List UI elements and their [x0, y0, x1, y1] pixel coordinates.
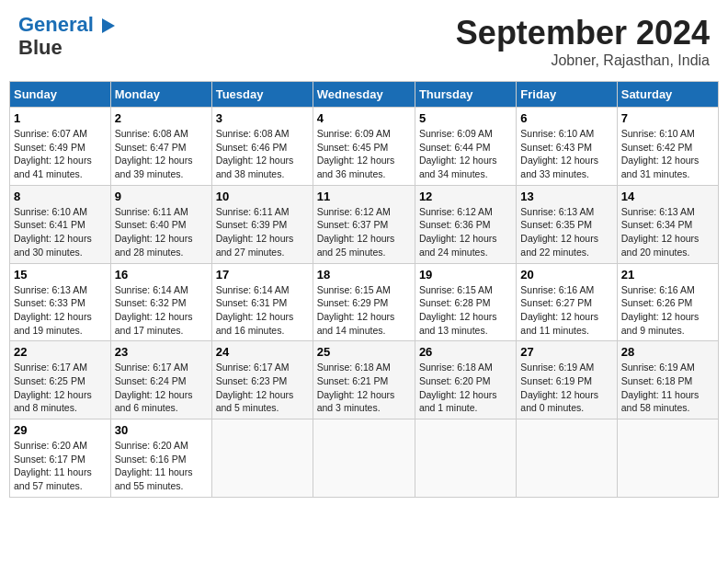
- calendar-header-row: SundayMondayTuesdayWednesdayThursdayFrid…: [10, 82, 719, 108]
- day-info: Sunrise: 6:14 AM Sunset: 6:31 PM Dayligh…: [216, 283, 309, 338]
- day-number: 27: [520, 345, 612, 359]
- day-info: Sunrise: 6:20 AM Sunset: 6:17 PM Dayligh…: [14, 439, 107, 493]
- day-number: 18: [317, 268, 411, 282]
- calendar-cell: 25 Sunrise: 6:18 AM Sunset: 6:21 PM Dayl…: [313, 341, 415, 419]
- col-header-monday: Monday: [110, 82, 211, 108]
- day-info: Sunrise: 6:10 AM Sunset: 6:43 PM Dayligh…: [520, 127, 612, 181]
- day-number: 8: [14, 190, 107, 203]
- day-info: Sunrise: 6:13 AM Sunset: 6:33 PM Dayligh…: [14, 283, 107, 338]
- day-number: 9: [115, 190, 208, 203]
- calendar-cell: 5 Sunrise: 6:09 AM Sunset: 6:44 PM Dayli…: [415, 108, 516, 186]
- day-info: Sunrise: 6:13 AM Sunset: 6:35 PM Dayligh…: [520, 205, 612, 259]
- calendar-cell: 3 Sunrise: 6:08 AM Sunset: 6:46 PM Dayli…: [211, 108, 313, 186]
- day-info: Sunrise: 6:08 AM Sunset: 6:46 PM Dayligh…: [216, 127, 309, 181]
- calendar-week-1: 1 Sunrise: 6:07 AM Sunset: 6:49 PM Dayli…: [10, 108, 719, 186]
- calendar-cell: 21 Sunrise: 6:16 AM Sunset: 6:26 PM Dayl…: [617, 263, 718, 341]
- calendar-cell: 8 Sunrise: 6:10 AM Sunset: 6:41 PM Dayli…: [10, 185, 111, 263]
- calendar-cell: 17 Sunrise: 6:14 AM Sunset: 6:31 PM Dayl…: [211, 263, 313, 341]
- calendar-cell: [415, 419, 516, 498]
- calendar-cell: 1 Sunrise: 6:07 AM Sunset: 6:49 PM Dayli…: [10, 108, 111, 186]
- day-number: 11: [317, 190, 411, 203]
- calendar-cell: 16 Sunrise: 6:14 AM Sunset: 6:32 PM Dayl…: [110, 263, 211, 341]
- day-info: Sunrise: 6:09 AM Sunset: 6:45 PM Dayligh…: [317, 127, 411, 181]
- day-info: Sunrise: 6:13 AM Sunset: 6:34 PM Dayligh…: [621, 205, 714, 259]
- calendar-cell: [211, 419, 313, 498]
- calendar-cell: 4 Sunrise: 6:09 AM Sunset: 6:45 PM Dayli…: [313, 108, 415, 186]
- day-number: 21: [621, 268, 714, 282]
- day-info: Sunrise: 6:12 AM Sunset: 6:36 PM Dayligh…: [419, 205, 512, 259]
- day-info: Sunrise: 6:15 AM Sunset: 6:29 PM Dayligh…: [317, 283, 411, 338]
- calendar-cell: 6 Sunrise: 6:10 AM Sunset: 6:43 PM Dayli…: [517, 108, 617, 186]
- calendar-cell: 10 Sunrise: 6:11 AM Sunset: 6:39 PM Dayl…: [211, 185, 313, 263]
- calendar-cell: 28 Sunrise: 6:19 AM Sunset: 6:18 PM Dayl…: [617, 341, 718, 419]
- day-info: Sunrise: 6:19 AM Sunset: 6:19 PM Dayligh…: [520, 361, 612, 415]
- day-info: Sunrise: 6:16 AM Sunset: 6:27 PM Dayligh…: [520, 283, 612, 338]
- day-info: Sunrise: 6:10 AM Sunset: 6:41 PM Dayligh…: [14, 205, 107, 259]
- day-info: Sunrise: 6:18 AM Sunset: 6:21 PM Dayligh…: [317, 361, 411, 415]
- day-number: 3: [216, 111, 309, 125]
- day-info: Sunrise: 6:17 AM Sunset: 6:25 PM Dayligh…: [14, 361, 107, 415]
- day-number: 13: [520, 190, 612, 203]
- day-number: 7: [621, 111, 714, 125]
- day-info: Sunrise: 6:08 AM Sunset: 6:47 PM Dayligh…: [115, 127, 208, 181]
- month-title: September 2024: [456, 14, 710, 52]
- day-number: 5: [419, 111, 512, 125]
- day-number: 6: [520, 111, 612, 125]
- calendar-cell: [517, 419, 617, 498]
- day-info: Sunrise: 6:09 AM Sunset: 6:44 PM Dayligh…: [419, 127, 512, 181]
- day-number: 17: [216, 268, 309, 282]
- calendar-cell: 15 Sunrise: 6:13 AM Sunset: 6:33 PM Dayl…: [10, 263, 111, 341]
- day-info: Sunrise: 6:17 AM Sunset: 6:24 PM Dayligh…: [115, 361, 208, 415]
- col-header-wednesday: Wednesday: [313, 82, 415, 108]
- calendar-cell: 13 Sunrise: 6:13 AM Sunset: 6:35 PM Dayl…: [517, 185, 617, 263]
- calendar-cell: [313, 419, 415, 498]
- calendar-cell: 27 Sunrise: 6:19 AM Sunset: 6:19 PM Dayl…: [517, 341, 617, 419]
- day-number: 15: [14, 268, 107, 282]
- calendar-table: SundayMondayTuesdayWednesdayThursdayFrid…: [9, 81, 719, 498]
- day-number: 24: [216, 345, 309, 359]
- day-info: Sunrise: 6:10 AM Sunset: 6:42 PM Dayligh…: [621, 127, 714, 181]
- calendar-cell: 11 Sunrise: 6:12 AM Sunset: 6:37 PM Dayl…: [313, 185, 415, 263]
- logo-text: General: [18, 14, 115, 36]
- col-header-sunday: Sunday: [10, 82, 111, 108]
- logo-arrow-icon: [102, 18, 115, 33]
- calendar-cell: 23 Sunrise: 6:17 AM Sunset: 6:24 PM Dayl…: [110, 341, 211, 419]
- day-info: Sunrise: 6:07 AM Sunset: 6:49 PM Dayligh…: [14, 127, 107, 181]
- day-number: 16: [115, 268, 208, 282]
- day-number: 30: [115, 423, 208, 437]
- day-number: 14: [621, 190, 714, 203]
- day-info: Sunrise: 6:16 AM Sunset: 6:26 PM Dayligh…: [621, 283, 714, 338]
- calendar-cell: 9 Sunrise: 6:11 AM Sunset: 6:40 PM Dayli…: [110, 185, 211, 263]
- calendar-cell: 29 Sunrise: 6:20 AM Sunset: 6:17 PM Dayl…: [10, 419, 111, 498]
- day-number: 29: [14, 423, 107, 437]
- calendar-cell: 26 Sunrise: 6:18 AM Sunset: 6:20 PM Dayl…: [415, 341, 516, 419]
- calendar-cell: 20 Sunrise: 6:16 AM Sunset: 6:27 PM Dayl…: [517, 263, 617, 341]
- calendar-cell: 2 Sunrise: 6:08 AM Sunset: 6:47 PM Dayli…: [110, 108, 211, 186]
- day-number: 20: [520, 268, 612, 282]
- calendar-cell: 24 Sunrise: 6:17 AM Sunset: 6:23 PM Dayl…: [211, 341, 313, 419]
- day-info: Sunrise: 6:15 AM Sunset: 6:28 PM Dayligh…: [419, 283, 512, 338]
- calendar-week-3: 15 Sunrise: 6:13 AM Sunset: 6:33 PM Dayl…: [10, 263, 719, 341]
- day-number: 25: [317, 345, 411, 359]
- day-number: 26: [419, 345, 512, 359]
- calendar-week-5: 29 Sunrise: 6:20 AM Sunset: 6:17 PM Dayl…: [10, 419, 719, 498]
- day-info: Sunrise: 6:20 AM Sunset: 6:16 PM Dayligh…: [115, 439, 208, 493]
- day-info: Sunrise: 6:12 AM Sunset: 6:37 PM Dayligh…: [317, 205, 411, 259]
- day-number: 23: [115, 345, 208, 359]
- calendar-week-2: 8 Sunrise: 6:10 AM Sunset: 6:41 PM Dayli…: [10, 185, 719, 263]
- calendar-week-4: 22 Sunrise: 6:17 AM Sunset: 6:25 PM Dayl…: [10, 341, 719, 419]
- col-header-tuesday: Tuesday: [211, 82, 313, 108]
- day-info: Sunrise: 6:17 AM Sunset: 6:23 PM Dayligh…: [216, 361, 309, 415]
- col-header-saturday: Saturday: [617, 82, 718, 108]
- day-info: Sunrise: 6:14 AM Sunset: 6:32 PM Dayligh…: [115, 283, 208, 338]
- logo: General Blue: [18, 14, 115, 60]
- calendar-cell: 18 Sunrise: 6:15 AM Sunset: 6:29 PM Dayl…: [313, 263, 415, 341]
- day-number: 28: [621, 345, 714, 359]
- day-info: Sunrise: 6:11 AM Sunset: 6:40 PM Dayligh…: [115, 205, 208, 259]
- calendar-cell: 7 Sunrise: 6:10 AM Sunset: 6:42 PM Dayli…: [617, 108, 718, 186]
- location: Jobner, Rajasthan, India: [456, 52, 710, 69]
- day-number: 10: [216, 190, 309, 203]
- calendar-cell: 30 Sunrise: 6:20 AM Sunset: 6:16 PM Dayl…: [110, 419, 211, 498]
- day-number: 12: [419, 190, 512, 203]
- day-number: 1: [14, 111, 107, 125]
